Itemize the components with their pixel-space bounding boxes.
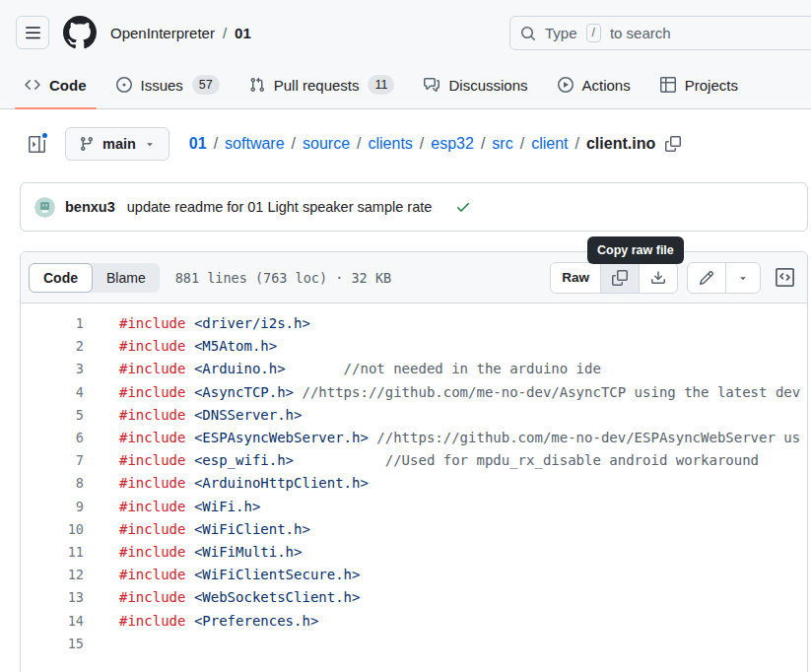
code-line: 9#include <WiFi.h> xyxy=(21,496,807,518)
tab-code-label: Code xyxy=(49,77,87,94)
hamburger-menu-button[interactable] xyxy=(16,16,49,49)
line-content: #include <WiFi.h> xyxy=(119,496,260,518)
breadcrumb-link[interactable]: client xyxy=(531,135,568,153)
line-number[interactable]: 10 xyxy=(21,518,84,541)
line-number[interactable]: 8 xyxy=(21,472,84,495)
notification-dot xyxy=(40,131,49,140)
org-link[interactable]: OpenInterpreter xyxy=(110,25,215,41)
tab-discussions[interactable]: Discussions xyxy=(414,61,537,108)
code-line: 15 xyxy=(21,633,807,655)
tab-issues[interactable]: Issues 57 xyxy=(106,61,230,108)
code-square-icon xyxy=(776,268,794,287)
file-actions: Raw xyxy=(550,262,799,294)
issues-counter-badge: 57 xyxy=(192,75,220,95)
breadcrumb-link[interactable]: esp32 xyxy=(431,135,474,153)
tab-actions-label: Actions xyxy=(582,77,631,94)
line-content: #include <ArduinoHttpClient.h> xyxy=(119,472,369,495)
breadcrumb-link[interactable]: src xyxy=(492,135,512,153)
copy-raw-button[interactable] xyxy=(600,263,639,293)
copy-icon xyxy=(612,270,628,286)
line-content: #include <ESPAsyncWebServer.h> //https:/… xyxy=(119,427,800,449)
slash-key-hint: / xyxy=(586,24,601,42)
search-placeholder-prefix: Type xyxy=(545,25,577,41)
blame-view-button[interactable]: Blame xyxy=(93,263,160,293)
header-row: OpenInterpreter / 01 Type / to search xyxy=(0,0,811,61)
hamburger-icon xyxy=(25,25,41,41)
line-content: #include <WiFiClient.h> xyxy=(119,518,310,541)
commit-author-link[interactable]: benxu3 xyxy=(65,199,115,215)
line-number[interactable]: 3 xyxy=(21,358,84,380)
code-view-button[interactable]: Code xyxy=(29,263,93,293)
line-number[interactable]: 5 xyxy=(21,404,84,427)
top-bar: OpenInterpreter / 01 Type / to search Co… xyxy=(0,0,811,109)
path-separator: / xyxy=(357,135,361,153)
download-icon xyxy=(650,270,666,286)
path-separator: / xyxy=(575,135,579,153)
github-logo-icon[interactable] xyxy=(63,16,97,49)
code-line: 5#include <DNSServer.h> xyxy=(21,404,807,427)
table-icon xyxy=(660,77,676,93)
copy-path-button[interactable] xyxy=(665,136,681,152)
download-raw-button[interactable] xyxy=(639,263,677,293)
chevron-down-icon xyxy=(144,138,156,150)
branch-selector-button[interactable]: main xyxy=(65,127,169,161)
search-placeholder-suffix: to search xyxy=(610,25,671,41)
branch-name: main xyxy=(102,136,136,152)
repo-nav-tabs: Code Issues 57 Pull requests 11 Discussi… xyxy=(0,61,811,108)
raw-button[interactable]: Raw xyxy=(551,263,600,293)
code-line: 2#include <M5Atom.h> xyxy=(21,335,807,358)
line-number[interactable]: 4 xyxy=(21,381,84,404)
repo-link[interactable]: 01 xyxy=(235,25,251,41)
checks-status-icon[interactable] xyxy=(455,199,471,215)
line-content: #include <Preferences.h> xyxy=(119,610,318,633)
line-number[interactable]: 14 xyxy=(21,610,84,633)
edit-file-button[interactable] xyxy=(688,263,725,293)
breadcrumb-repo-link[interactable]: 01 xyxy=(189,135,207,153)
path-separator: / xyxy=(481,135,485,153)
path-separator: / xyxy=(214,135,218,153)
line-number[interactable]: 13 xyxy=(21,586,84,609)
code-line: 12#include <WiFiClientSecure.h> xyxy=(21,564,807,586)
pull-requests-counter-badge: 11 xyxy=(368,75,394,95)
edit-dropdown-button[interactable] xyxy=(725,263,760,293)
file-meta-info: 881 lines (763 loc) · 32 KB xyxy=(175,270,391,286)
tab-code[interactable]: Code xyxy=(15,61,97,108)
code-line: 6#include <ESPAsyncWebServer.h> //https:… xyxy=(21,427,807,449)
comment-discussion-icon xyxy=(424,77,439,93)
file-toolbar: Code Blame 881 lines (763 loc) · 32 KB R… xyxy=(21,252,807,303)
line-number[interactable]: 12 xyxy=(21,564,84,586)
latest-commit-bar[interactable]: benxu3 update readme for 01 Light speake… xyxy=(20,182,808,232)
play-icon xyxy=(558,77,574,93)
file-nav-row: main 01 / software / source / clients / … xyxy=(20,127,791,161)
tab-projects[interactable]: Projects xyxy=(650,61,748,108)
code-line: 4#include <AsyncTCP.h> //https://github.… xyxy=(21,381,807,404)
line-number[interactable]: 9 xyxy=(21,496,84,518)
symbols-pane-button[interactable] xyxy=(770,263,799,293)
file-tree-toggle-button[interactable] xyxy=(20,127,53,161)
line-number[interactable]: 15 xyxy=(21,633,84,655)
search-input[interactable]: Type / to search xyxy=(509,16,811,50)
code-viewer[interactable]: 1#include <driver/i2s.h>2#include <M5Ato… xyxy=(21,303,807,672)
breadcrumb-link[interactable]: source xyxy=(303,135,350,153)
copy-raw-file-tooltip: Copy raw file xyxy=(587,236,684,264)
line-number[interactable]: 7 xyxy=(21,449,84,472)
avatar[interactable] xyxy=(34,197,55,218)
line-content: #include <esp_wifi.h> //Used for mpdu_rx… xyxy=(119,449,759,472)
tab-pull-requests[interactable]: Pull requests 11 xyxy=(239,61,405,108)
search-icon xyxy=(520,26,536,41)
breadcrumb-link[interactable]: software xyxy=(225,135,284,153)
commit-message-link[interactable]: update readme for 01 Light speaker sampl… xyxy=(127,199,433,215)
edit-button-group xyxy=(687,262,761,294)
line-number[interactable]: 6 xyxy=(21,427,84,449)
file-path-breadcrumb: 01 / software / source / clients / esp32… xyxy=(189,135,681,153)
breadcrumb-link[interactable]: clients xyxy=(369,135,413,153)
line-content: #include <AsyncTCP.h> //https://github.c… xyxy=(119,381,800,404)
tab-actions[interactable]: Actions xyxy=(548,61,641,108)
git-branch-icon xyxy=(79,136,95,152)
git-pull-request-icon xyxy=(249,77,265,93)
line-number[interactable]: 1 xyxy=(21,312,84,335)
line-number[interactable]: 2 xyxy=(21,335,84,358)
line-number[interactable]: 11 xyxy=(21,541,84,564)
path-separator: / xyxy=(292,135,296,153)
tab-issues-label: Issues xyxy=(141,77,183,94)
